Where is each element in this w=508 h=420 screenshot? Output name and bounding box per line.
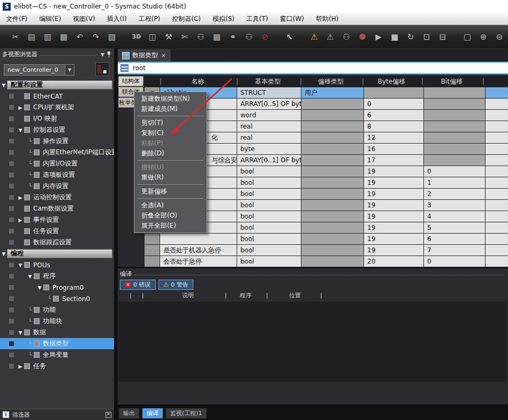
table-cell[interactable] bbox=[424, 155, 485, 166]
table-cell[interactable]: 1 bbox=[424, 177, 485, 188]
table-cell[interactable] bbox=[424, 110, 485, 121]
sidebar-item-data-trace[interactable]: 数据跟踪设置 bbox=[0, 237, 114, 248]
table-cell[interactable] bbox=[486, 222, 508, 233]
sidebar-item-tasks[interactable]: ▶任务 bbox=[0, 361, 114, 372]
table-cell[interactable]: bool bbox=[237, 211, 301, 222]
table-cell[interactable]: 19 bbox=[364, 177, 423, 188]
table-cell[interactable]: 8 bbox=[364, 121, 423, 132]
table-cell[interactable]: real bbox=[237, 121, 301, 132]
sidebar-item-pous[interactable]: ▼POUs bbox=[0, 259, 114, 271]
sidebar-item-controller-settings[interactable]: ▼控制器设置 bbox=[0, 124, 114, 136]
variable-cut-icon[interactable]: ✄ bbox=[178, 30, 192, 44]
table-cell[interactable]: byte bbox=[237, 144, 301, 154]
tab-close-icon[interactable]: × bbox=[161, 52, 166, 59]
table-row[interactable]: 是否处于机器人急停bool197 bbox=[145, 245, 508, 256]
table-cell[interactable] bbox=[486, 166, 508, 177]
tab-data-types[interactable]: 数据类型 × bbox=[118, 49, 171, 62]
menu-窗口W[interactable]: 窗口(W) bbox=[274, 13, 310, 25]
table-cell[interactable]: 0 bbox=[424, 256, 485, 267]
table-cell[interactable] bbox=[486, 155, 508, 166]
table-cell[interactable]: 6 bbox=[424, 234, 485, 244]
table-row[interactable]: bool196 bbox=[145, 234, 508, 244]
transfer-to-controller-icon[interactable]: ⊡ bbox=[420, 30, 434, 44]
tree-expander-icon[interactable]: ▼ bbox=[17, 330, 24, 335]
table-cell[interactable] bbox=[486, 256, 508, 267]
table-cell[interactable]: bool bbox=[237, 222, 301, 233]
sidebar-item-section0[interactable]: └Section0 bbox=[0, 293, 114, 304]
table-cell[interactable]: 19 bbox=[364, 222, 423, 233]
menu-工程P[interactable]: 工程(P) bbox=[133, 13, 166, 25]
table-cell[interactable]: bool bbox=[237, 189, 301, 199]
table-cell[interactable] bbox=[424, 121, 485, 132]
menu-视图V[interactable]: 视图(V) bbox=[67, 13, 101, 25]
collapse-caret-icon[interactable]: ▼ bbox=[1, 251, 7, 257]
bottom-tab-监视工程1[interactable]: 监视(工程)1 bbox=[166, 408, 207, 418]
table-cell[interactable] bbox=[486, 234, 508, 244]
table-cell[interactable] bbox=[301, 200, 363, 211]
sidebar-item-function-blocks[interactable]: └功能块 bbox=[0, 316, 114, 327]
context-menu-item-展开全部E[interactable]: 展开全部(E) bbox=[134, 221, 207, 231]
menu-帮助H[interactable]: 帮助(H) bbox=[310, 13, 344, 25]
sidebar-item-builtin-io[interactable]: └内置I/O设置 bbox=[0, 158, 114, 169]
sidebar-item-data-types[interactable]: └数据类型 bbox=[0, 338, 114, 349]
table-cell[interactable] bbox=[301, 132, 363, 143]
tree-header-configurations-header[interactable]: ▼配置和设置 bbox=[0, 79, 114, 91]
menu-控制器C[interactable]: 控制器(C) bbox=[166, 13, 207, 25]
table-cell[interactable]: bool bbox=[237, 200, 301, 211]
tree-expander-icon[interactable]: ▼ bbox=[27, 274, 33, 279]
redo-icon[interactable]: ↷ bbox=[89, 30, 103, 44]
table-cell[interactable]: 16 bbox=[364, 144, 423, 154]
table-cell[interactable]: 4 bbox=[424, 211, 485, 222]
table-cell[interactable]: 是否处于机器人急停 bbox=[160, 245, 237, 256]
category-tab-1[interactable]: 结构体 bbox=[118, 76, 143, 86]
table-cell[interactable]: real bbox=[237, 132, 301, 143]
table-cell[interactable] bbox=[301, 189, 363, 199]
menu-模拟S[interactable]: 模拟(S) bbox=[207, 13, 240, 25]
table-cell[interactable]: 会否处于急停 bbox=[160, 256, 237, 267]
3d-view-icon[interactable]: 3D bbox=[130, 30, 143, 44]
rebuild-icon[interactable]: ⚠ bbox=[323, 30, 337, 44]
table-cell[interactable]: STRUCT bbox=[237, 87, 301, 98]
table-cell[interactable]: 5 bbox=[424, 222, 485, 233]
sidebar-item-option-board[interactable]: └选项板设置 bbox=[0, 169, 114, 181]
tree-expander-icon[interactable]: ▶ bbox=[17, 195, 24, 200]
table-cell[interactable] bbox=[486, 211, 508, 222]
table-cell[interactable] bbox=[301, 166, 363, 177]
table-cell[interactable]: 19 bbox=[364, 189, 423, 199]
table-cell[interactable]: 2 bbox=[424, 189, 485, 199]
table-cell[interactable]: 7 bbox=[424, 245, 485, 256]
edit-pointer-icon[interactable]: ↖ bbox=[283, 30, 297, 44]
table-cell[interactable] bbox=[301, 177, 363, 188]
table-cell[interactable]: 0 bbox=[364, 99, 423, 109]
table-cell[interactable] bbox=[486, 121, 508, 132]
table-cell[interactable]: ARRAY[0..1] OF byte bbox=[237, 155, 301, 166]
window-layout-icon[interactable]: ◫ bbox=[146, 30, 160, 44]
context-menu-item-更新偏移[interactable]: 更新偏移 bbox=[134, 186, 207, 197]
special-page-icon[interactable]: ▧ bbox=[105, 30, 119, 44]
sidebar-item-global-vars[interactable]: └全局变量 bbox=[0, 349, 114, 361]
table-cell[interactable] bbox=[301, 155, 363, 166]
sidebar-item-event-settings[interactable]: ▶事件设置 bbox=[0, 214, 114, 226]
table-cell[interactable]: 19 bbox=[364, 166, 423, 177]
zoom-out-icon[interactable]: ⊖ bbox=[492, 30, 506, 44]
build-tools-icon[interactable]: ⚒ bbox=[162, 30, 176, 44]
table-cell[interactable] bbox=[424, 144, 485, 154]
sync-icon[interactable]: ↻ bbox=[404, 30, 418, 44]
sidebar-item-functions[interactable]: └功能 bbox=[0, 304, 114, 316]
table-cell[interactable]: bool bbox=[237, 234, 301, 244]
table-cell[interactable] bbox=[301, 144, 363, 154]
sidebar-item-ethernet-ip-port[interactable]: └内置EtherNet/IP端口设置 bbox=[0, 147, 114, 158]
table-cell[interactable]: word bbox=[237, 110, 301, 121]
controller-select[interactable]: new_Controller_0 ▼ bbox=[4, 64, 74, 76]
watch-window-icon[interactable]: ⚇ bbox=[194, 30, 208, 44]
table-cell[interactable]: bool bbox=[237, 256, 301, 267]
table-cell[interactable] bbox=[486, 110, 508, 121]
table-cell[interactable] bbox=[424, 99, 485, 109]
table-cell[interactable] bbox=[486, 144, 508, 154]
table-cell[interactable] bbox=[486, 200, 508, 211]
table-cell[interactable]: 17 bbox=[364, 155, 423, 166]
sidebar-item-ethercat[interactable]: EtherCAT bbox=[0, 91, 114, 102]
table-cell[interactable] bbox=[486, 87, 508, 98]
search-binoculars-icon[interactable]: ⚇ bbox=[242, 30, 256, 44]
menu-文件F[interactable]: 文件(F) bbox=[0, 13, 33, 25]
